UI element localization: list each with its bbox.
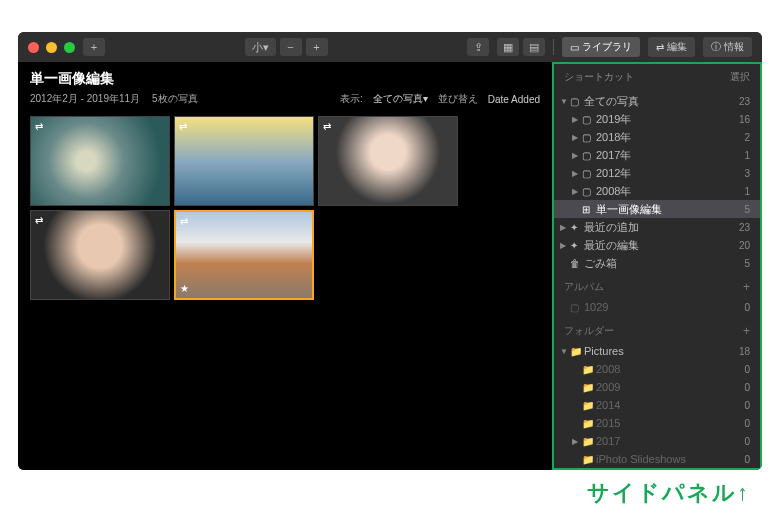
close-button[interactable] <box>28 42 39 53</box>
tree-row[interactable]: 📁20090 <box>554 378 760 396</box>
row-count: 3 <box>744 168 750 179</box>
row-icon: ▢ <box>582 114 596 125</box>
thumbnail[interactable]: ⇄★ <box>174 210 314 300</box>
tree-row[interactable]: 📁20080 <box>554 360 760 378</box>
row-label: 1029 <box>584 301 744 313</box>
tab-library[interactable]: ▭ライブラリ <box>562 37 640 57</box>
tab-info[interactable]: ⓘ情報 <box>703 37 752 57</box>
tree-row[interactable]: ▶▢2019年16 <box>554 110 760 128</box>
tree-row[interactable]: 📁iSkysoft iMedia Converter Delu...0 <box>554 468 760 470</box>
row-label: 2015 <box>596 417 744 429</box>
sidebar-header: ショートカット 選択 <box>554 64 760 90</box>
size-label: 小 <box>252 40 263 55</box>
thumbnail[interactable]: ⇄ <box>318 116 458 206</box>
tree-row[interactable]: ▶▢2018年2 <box>554 128 760 146</box>
share-button[interactable]: ⇪ <box>467 38 489 56</box>
disclosure-arrow-icon: ▶ <box>560 223 570 232</box>
row-count: 5 <box>744 204 750 215</box>
disclosure-arrow-icon: ▼ <box>560 347 570 356</box>
row-icon: ✦ <box>570 240 584 251</box>
row-count: 23 <box>739 222 750 233</box>
edit-icon: ⇄ <box>656 42 664 53</box>
row-icon: ▢ <box>570 96 584 107</box>
tab-info-label: 情報 <box>724 40 744 54</box>
tree-row[interactable]: 📁iPhoto Slideshows0 <box>554 450 760 468</box>
row-icon: 📁 <box>582 382 596 393</box>
zoom-in-button[interactable]: + <box>306 38 328 56</box>
row-count: 5 <box>744 258 750 269</box>
row-count: 0 <box>744 418 750 429</box>
row-label: 2019年 <box>596 112 739 127</box>
row-icon: 📁 <box>582 454 596 465</box>
sync-icon: ⇄ <box>323 121 331 132</box>
sidebar-panel: ショートカット 選択 ▼▢全ての写真23▶▢2019年16▶▢2018年2▶▢2… <box>552 62 762 470</box>
sync-icon: ⇄ <box>180 216 188 227</box>
row-label: 全ての写真 <box>584 94 739 109</box>
thumbnail[interactable]: ⇄ <box>30 210 170 300</box>
row-icon: 📁 <box>582 364 596 375</box>
view-grid-button[interactable]: ▦ <box>497 38 519 56</box>
tree-row[interactable]: 🗑ごみ箱5 <box>554 254 760 272</box>
row-count: 20 <box>739 240 750 251</box>
row-icon: ▢ <box>582 186 596 197</box>
disclosure-arrow-icon: ▶ <box>572 187 582 196</box>
tree-row[interactable]: 📁20150 <box>554 414 760 432</box>
size-dropdown[interactable]: 小 ▾ <box>245 38 276 56</box>
disclosure-arrow-icon: ▶ <box>572 151 582 160</box>
tree-row[interactable]: ▶▢2012年3 <box>554 164 760 182</box>
albums-tree: ▢10290 <box>554 296 760 318</box>
row-icon: 📁 <box>582 418 596 429</box>
row-count: 0 <box>744 454 750 465</box>
tree-row[interactable]: ▶✦最近の編集20 <box>554 236 760 254</box>
tree-row[interactable]: ▶✦最近の追加23 <box>554 218 760 236</box>
row-count: 0 <box>744 364 750 375</box>
traffic-lights <box>28 42 75 53</box>
row-count: 0 <box>744 436 750 447</box>
disclosure-arrow-icon: ▶ <box>572 133 582 142</box>
sub-header: 2012年2月 - 2019年11月 5枚の写真 表示: 全ての写真▾ 並び替え… <box>18 92 552 112</box>
folders-tree: ▼📁Pictures18📁20080📁20090📁20140📁20150▶📁20… <box>554 340 760 470</box>
thumbnail[interactable]: ⇄ <box>30 116 170 206</box>
main-panel: 単一画像編集 2012年2月 - 2019年11月 5枚の写真 表示: 全ての写… <box>18 62 552 470</box>
row-label: Pictures <box>584 345 739 357</box>
photo-count: 5枚の写真 <box>152 92 198 106</box>
tree-row[interactable]: ▢10290 <box>554 298 760 316</box>
tree-row[interactable]: ▼📁Pictures18 <box>554 342 760 360</box>
library-icon: ▭ <box>570 42 579 53</box>
add-button[interactable]: + <box>83 38 105 56</box>
display-dropdown[interactable]: 全ての写真▾ <box>373 92 428 106</box>
row-icon: 📁 <box>570 346 584 357</box>
size-group: 小 ▾ − + <box>245 38 328 56</box>
row-label: 2012年 <box>596 166 744 181</box>
tree-row[interactable]: ▶📁20170 <box>554 432 760 450</box>
view-list-button[interactable]: ▤ <box>523 38 545 56</box>
info-icon: ⓘ <box>711 40 721 54</box>
row-label: 最近の追加 <box>584 220 739 235</box>
sort-label: 並び替え <box>438 92 478 106</box>
zoom-out-button[interactable]: − <box>280 38 302 56</box>
tree-row[interactable]: ▼▢全ての写真23 <box>554 92 760 110</box>
sort-dropdown[interactable]: Date Added <box>488 94 540 105</box>
tree-row[interactable]: ▶▢2017年1 <box>554 146 760 164</box>
minimize-button[interactable] <box>46 42 57 53</box>
content-area: 単一画像編集 2012年2月 - 2019年11月 5枚の写真 表示: 全ての写… <box>18 62 762 470</box>
sidebar-head-right: 選択 <box>730 70 750 84</box>
row-label: 2008 <box>596 363 744 375</box>
tab-edit-label: 編集 <box>667 40 687 54</box>
star-icon: ★ <box>180 283 189 294</box>
row-count: 0 <box>744 400 750 411</box>
add-folder-button[interactable]: + <box>743 324 750 338</box>
annotation-label: サイドパネル↑ <box>587 478 750 508</box>
add-album-button[interactable]: + <box>743 280 750 294</box>
folder-section-head: フォルダー + <box>554 318 760 340</box>
tree-row[interactable]: ⊞単一画像編集5 <box>554 200 760 218</box>
thumbnail[interactable]: ⇄ <box>174 116 314 206</box>
row-label: 単一画像編集 <box>596 202 744 217</box>
tree-row[interactable]: 📁20140 <box>554 396 760 414</box>
shortcuts-tree: ▼▢全ての写真23▶▢2019年16▶▢2018年2▶▢2017年1▶▢2012… <box>554 90 760 274</box>
disclosure-arrow-icon: ▶ <box>560 241 570 250</box>
zoom-button[interactable] <box>64 42 75 53</box>
tree-row[interactable]: ▶▢2008年1 <box>554 182 760 200</box>
album-head-label: アルバム <box>564 280 604 294</box>
tab-edit[interactable]: ⇄編集 <box>648 37 695 57</box>
